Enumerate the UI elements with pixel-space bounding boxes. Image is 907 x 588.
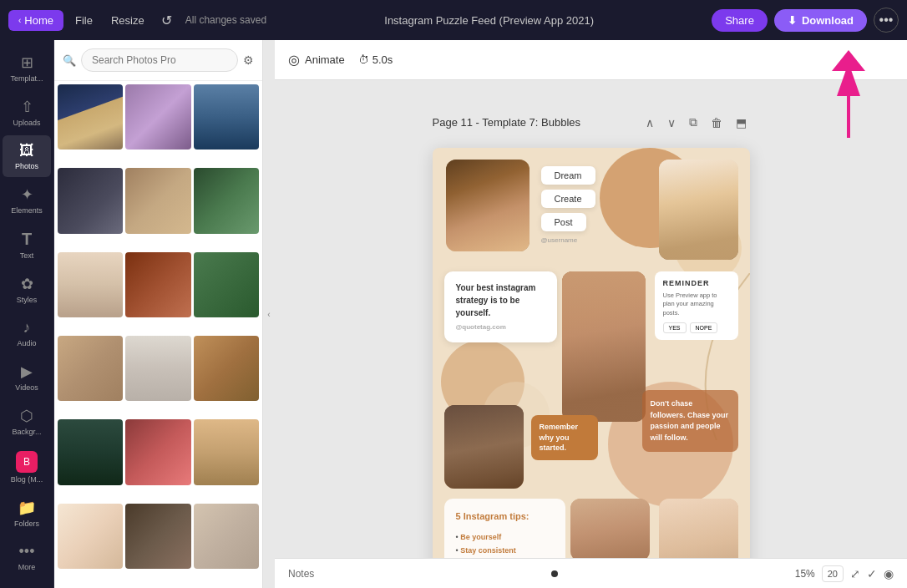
canvas-scroll[interactable]: Page 11 - Template 7: Bubbles ∧ ∨ ⧉ 🗑 ⬒ (275, 80, 907, 558)
file-button[interactable]: File (68, 10, 99, 31)
sidebar-item-label: Photos (15, 162, 38, 170)
canvas-photo-woman-floral[interactable] (659, 499, 738, 558)
canvas-area: ◎ Animate ⏱ 5.0s Page 11 - Template 7: B… (275, 40, 907, 588)
page11-label-row: Page 11 - Template 7: Bubbles ∧ ∨ ⧉ 🗑 ⬒ (433, 110, 750, 134)
photo-thumb[interactable] (58, 336, 123, 401)
page-copy-button[interactable]: ⧉ (686, 114, 701, 131)
photo-thumb[interactable] (194, 419, 259, 484)
photo-thumb[interactable] (125, 336, 190, 401)
page11-actions: ∧ ∨ ⧉ 🗑 ⬒ (642, 114, 750, 131)
canvas-photo-man[interactable] (444, 405, 524, 489)
dont-chase-text: Don't chase followers. Chase your passio… (642, 390, 738, 452)
sidebar-item-label: Styles (17, 296, 38, 304)
search-input[interactable] (81, 48, 238, 72)
styles-icon: ✿ (21, 275, 33, 293)
canvas-handle-text: @username (541, 236, 578, 244)
more-options-button[interactable]: ••• (874, 8, 899, 33)
animate-button[interactable]: ◎ Animate (288, 52, 345, 68)
photos-grid (54, 81, 262, 588)
sidebar-item-photos[interactable]: 🖼 Photos (3, 135, 51, 177)
panel-collapse-handle[interactable]: ‹ (263, 40, 275, 588)
download-button[interactable]: ⬇ Download (774, 9, 867, 32)
photo-thumb[interactable] (125, 84, 190, 150)
page-more-button[interactable]: ⬒ (732, 114, 750, 131)
sidebar-item-text[interactable]: T Text (3, 223, 51, 266)
reminder-nope-button[interactable]: NOPE (690, 322, 718, 333)
canvas-photo-woman-center[interactable] (562, 271, 646, 422)
download-label: Download (802, 14, 854, 27)
dont-chase-label: Don't chase followers. Chase your passio… (651, 399, 729, 442)
undo-button[interactable]: ↺ (156, 8, 177, 33)
photo-thumb[interactable] (125, 504, 190, 569)
page-up-button[interactable]: ∧ (642, 114, 657, 131)
photo-thumb[interactable] (194, 84, 259, 150)
photo-thumb[interactable] (125, 168, 190, 233)
sidebar-item-more[interactable]: ••• More (3, 536, 51, 578)
sidebar-item-label: Elements (11, 206, 43, 215)
search-icon: 🔍 (63, 54, 76, 67)
page11-canvas[interactable]: Dream Create Post @username Your best in… (433, 148, 750, 558)
remember-badge: Remember why you started. (531, 415, 598, 460)
timer-label: 5.0s (372, 53, 393, 66)
tips-title: 5 Instagram tips: (456, 509, 554, 525)
sidebar-item-uploads[interactable]: ⇧ Uploads (3, 91, 51, 134)
timer-badge: ⏱ 5.0s (358, 53, 393, 66)
photo-thumb[interactable] (194, 252, 259, 317)
canvas-toolbar: ◎ Animate ⏱ 5.0s (275, 40, 907, 80)
reminder-body: Use Preview app to plan your amazing pos… (663, 291, 730, 318)
page-indicator (551, 570, 558, 577)
page-dot (551, 570, 558, 577)
fit-screen-button[interactable]: ⤢ (850, 567, 860, 580)
home-button[interactable]: ‹ Home (8, 10, 63, 31)
sidebar-item-styles[interactable]: ✿ Styles (3, 268, 51, 311)
photo-thumb[interactable] (58, 504, 123, 569)
photo-thumb[interactable] (194, 504, 259, 569)
tips-box: 5 Instagram tips: • Be yourself • Stay c… (444, 499, 565, 558)
photo-thumb[interactable] (58, 84, 123, 150)
page-down-button[interactable]: ∨ (664, 114, 679, 131)
sidebar-item-elements[interactable]: ✦ Elements (3, 179, 51, 221)
tip-3: • Post what you love (456, 557, 554, 558)
zoom-out-button[interactable]: ◉ (884, 567, 894, 580)
bottom-bar: Notes 15% 20 ⤢ ✓ ◉ (275, 558, 907, 588)
canvas-text-dream: Dream (541, 166, 595, 185)
sidebar-item-label: Templat... (10, 74, 43, 83)
sidebar-item-label: Backgr... (12, 428, 41, 436)
topbar-left: ‹ Home File Resize ↺ All changes saved (8, 8, 266, 33)
remember-text: Remember why you started. (540, 423, 579, 452)
motivational-small: @quotetag.com (456, 322, 545, 332)
canvas-photo-woman-reading[interactable] (659, 160, 738, 260)
photo-thumb[interactable] (194, 168, 259, 233)
reminder-yes-button[interactable]: YES (663, 322, 687, 333)
resize-button[interactable]: Resize (104, 10, 151, 31)
photo-thumb[interactable] (58, 168, 123, 233)
check-button[interactable]: ✓ (867, 567, 877, 580)
sidebar-item-label: Folders (14, 520, 39, 528)
photo-thumb[interactable] (58, 419, 123, 484)
photo-thumb[interactable] (125, 252, 190, 317)
sidebar-item-videos[interactable]: ▶ Videos (3, 356, 51, 398)
download-icon: ⬇ (788, 14, 797, 27)
page-size-button[interactable]: 20 (822, 565, 844, 582)
elements-icon: ✦ (21, 185, 33, 204)
photo-thumb[interactable] (58, 252, 123, 317)
sidebar-item-background[interactable]: ⬡ Backgr... (3, 400, 51, 443)
photo-thumb[interactable] (194, 336, 259, 401)
sidebar-item-label: Audio (17, 339, 36, 347)
page-delete-button[interactable]: 🗑 (707, 114, 726, 131)
sidebar-item-templates[interactable]: ⊞ Templat... (3, 47, 51, 89)
canvas-photo-woman-hat[interactable] (570, 499, 650, 558)
sidebar-item-label: More (18, 563, 36, 571)
notes-label: Notes (288, 568, 314, 580)
canvas-photo-couple[interactable] (446, 160, 530, 251)
blog-icon: B (16, 451, 38, 473)
topbar-right: Share ⬇ Download ••• (712, 8, 899, 33)
photo-thumb[interactable] (125, 419, 190, 484)
sidebar-item-blog[interactable]: B Blog (M... (3, 444, 51, 490)
sidebar-item-label: Blog (M... (11, 475, 43, 484)
sidebar-item-folders[interactable]: 📁 Folders (3, 492, 51, 535)
sidebar-item-audio[interactable]: ♪ Audio (3, 312, 51, 354)
filter-icon[interactable]: ⚙ (243, 53, 254, 67)
share-button[interactable]: Share (712, 9, 768, 32)
animate-label: Animate (305, 53, 345, 66)
